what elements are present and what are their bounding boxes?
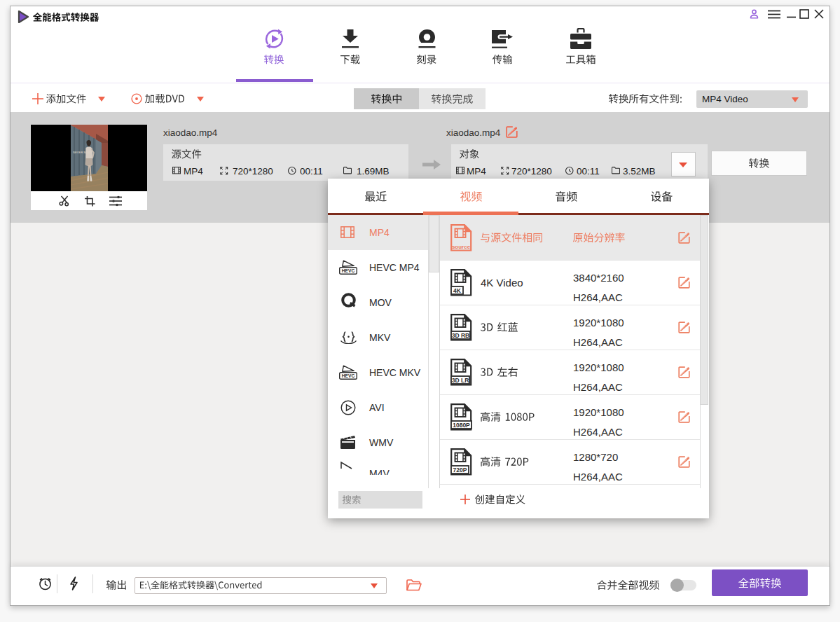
svg-text:3D LR: 3D LR [452, 377, 469, 384]
svg-text:4K: 4K [453, 287, 462, 294]
svg-text:NEVER MIND: NEVER MIND [73, 151, 91, 154]
svg-text:720P: 720P [453, 466, 467, 474]
svg-text:3D RB: 3D RB [452, 332, 470, 339]
svg-text:HEVC: HEVC [342, 373, 355, 378]
svg-text:source: source [452, 244, 471, 250]
svg-text:1080P: 1080P [453, 422, 470, 429]
svg-text:HEVC: HEVC [342, 268, 355, 273]
